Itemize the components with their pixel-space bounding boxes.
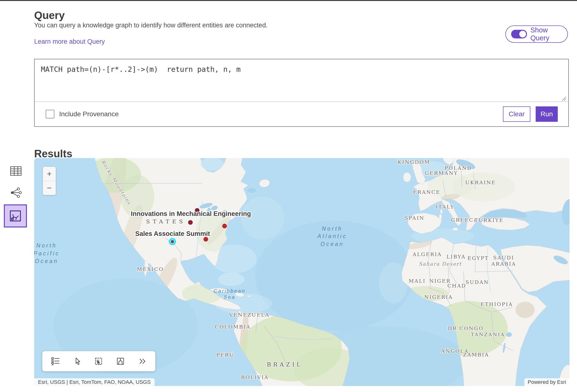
select-polygon-button[interactable] xyxy=(115,356,126,366)
label-north-pacific-2: Pacific xyxy=(34,250,60,257)
label-colombia: COLOMBIA xyxy=(215,324,251,330)
label-nigeria: NIGERIA xyxy=(424,294,453,300)
layer-list-button[interactable] xyxy=(50,356,61,366)
show-query-label: Show Query xyxy=(530,26,567,42)
toggle-knob[interactable] xyxy=(519,31,526,37)
toolbar-expand-button[interactable] xyxy=(137,356,147,366)
zoom-control: + − xyxy=(43,167,56,195)
double-chevron-right-icon xyxy=(138,357,147,365)
graph-view-button[interactable] xyxy=(10,187,22,198)
select-polygon-icon xyxy=(116,357,125,366)
query-page: { "colors": { "accent": "#6A44C8", "link… xyxy=(0,0,577,392)
label-saudi-line2: ARABIA xyxy=(491,261,516,267)
event-label[interactable]: Sales Associate Summit xyxy=(135,230,210,237)
label-north-pacific-3: Ocean xyxy=(35,258,58,264)
label-brazil: BRAZIL xyxy=(267,361,302,368)
label-egypt: EGYPT xyxy=(468,255,489,261)
map-icon xyxy=(10,210,21,222)
label-north-atlantic-3: Ocean xyxy=(321,241,344,247)
results-map[interactable]: North Pacific Ocean North Atlantic Ocean… xyxy=(34,158,570,386)
include-provenance-label: Include Provenance xyxy=(59,110,119,118)
label-saudi-line1: SAUDI xyxy=(493,255,514,261)
link-chart-icon xyxy=(10,187,22,198)
label-north-atlantic-1: North xyxy=(322,226,343,232)
label-libya: LIBYA xyxy=(446,254,466,260)
label-germany: GERMANY xyxy=(425,170,458,176)
label-peru: PERÚ xyxy=(216,352,234,358)
map-marker[interactable] xyxy=(204,237,208,242)
label-mexico: MÉXICO xyxy=(137,266,163,272)
page-title: Query xyxy=(34,9,65,21)
clear-button[interactable]: Clear xyxy=(503,106,530,122)
label-chad: CHAD xyxy=(447,283,466,289)
map-marker[interactable] xyxy=(222,224,227,229)
label-caribbean-2: Sea xyxy=(224,294,235,300)
table-view-button[interactable] xyxy=(10,165,22,177)
label-france: FRANCE xyxy=(413,189,440,195)
label-spain: SPAIN xyxy=(404,215,424,221)
label-sahara-desert: Sahara Desert xyxy=(419,261,462,267)
include-provenance-checkbox[interactable] xyxy=(46,110,54,118)
layer-list-icon xyxy=(51,357,60,366)
label-turkiye: TÜRKIYE xyxy=(474,217,504,223)
label-caribbean-1: Caribbean xyxy=(214,288,246,294)
label-sudan: SUDAN xyxy=(466,279,489,285)
label-states: STATES xyxy=(146,218,186,225)
zoom-in-button[interactable]: + xyxy=(43,167,56,181)
label-tanzania: TANZANIA xyxy=(471,332,505,337)
table-icon xyxy=(10,166,22,176)
select-rectangle-button[interactable] xyxy=(94,356,104,366)
page-description: You can query a knowledge graph to ident… xyxy=(34,22,268,29)
map-marker-highlighted[interactable] xyxy=(169,238,176,245)
map-toolbar xyxy=(42,351,155,371)
map-marker[interactable] xyxy=(188,220,193,225)
powered-by-esri: Powered by Esri xyxy=(524,378,570,386)
label-algeria: ALGERIA xyxy=(412,252,442,257)
label-mali: MALI xyxy=(409,278,426,284)
label-greece: GREECE xyxy=(451,217,478,223)
show-query-toggle[interactable]: Show Query xyxy=(505,26,568,43)
event-label[interactable]: Innovations in Mechanical Engineering xyxy=(131,210,251,217)
label-ethiopia: ETHIOPIA xyxy=(481,301,513,307)
cursor-icon xyxy=(73,357,81,365)
zoom-out-button[interactable]: − xyxy=(43,181,56,195)
query-editor-panel: MATCH path=(n)-[r*..2]->(m) return path,… xyxy=(34,59,569,127)
label-kingdom: KINGDOM xyxy=(398,159,430,165)
learn-more-link[interactable]: Learn more about Query xyxy=(34,38,105,45)
label-bolivia: BOLIVIA xyxy=(241,374,269,380)
label-venezuela: VENEZUELA xyxy=(229,312,270,318)
label-north-atlantic-2: Atlantic xyxy=(317,233,347,239)
map-view-button-selected[interactable] xyxy=(4,204,27,228)
query-input[interactable]: MATCH path=(n)-[r*..2]->(m) return path,… xyxy=(35,59,568,102)
map-attribution: Esri, USGS | Esri, TomTom, FAO, NOAA, US… xyxy=(34,378,155,386)
select-rectangle-icon xyxy=(94,357,103,366)
run-button[interactable]: Run xyxy=(536,106,558,122)
window-top-border xyxy=(0,0,577,1)
label-north-pacific-1: North xyxy=(36,242,57,249)
resize-handle-icon[interactable] xyxy=(560,95,566,101)
label-zambia: ZAMBIA xyxy=(463,352,489,358)
toggle-track-icon[interactable] xyxy=(511,30,527,38)
pointer-select-button[interactable] xyxy=(72,356,82,366)
label-italy: ITALY xyxy=(436,204,454,210)
query-controls-row: Include Provenance Clear Run xyxy=(35,102,568,126)
label-dr-congo: DR CONGO xyxy=(448,326,484,331)
label-ukraine: UKRAINE xyxy=(465,180,496,185)
